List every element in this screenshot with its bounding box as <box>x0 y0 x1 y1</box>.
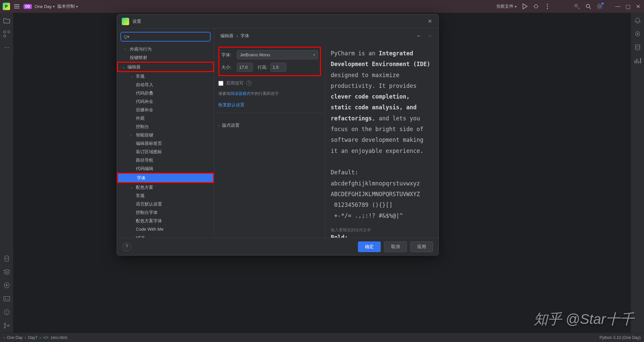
more-icon[interactable] <box>544 3 551 10</box>
codewithme-icon[interactable] <box>574 3 580 10</box>
run-icon[interactable] <box>521 3 528 10</box>
settings-icon[interactable] <box>596 3 603 10</box>
top-toolbar: P OD One Day▾ 版本控制▾ 当前文件 ▾ — ▢ ✕ <box>0 0 644 13</box>
svg-point-4 <box>547 4 548 5</box>
vcs-menu[interactable]: 版本控制▾ <box>57 3 78 9</box>
main-menu-button[interactable] <box>13 2 21 10</box>
svg-line-9 <box>589 7 591 9</box>
svg-point-10 <box>598 5 601 8</box>
minimize-icon[interactable]: — <box>614 3 621 10</box>
debug-icon[interactable] <box>533 3 539 10</box>
close-window-icon[interactable]: ✕ <box>635 3 641 10</box>
svg-point-5 <box>547 6 548 7</box>
svg-point-6 <box>547 8 548 9</box>
svg-point-8 <box>586 4 590 8</box>
maximize-icon[interactable]: ▢ <box>625 3 631 10</box>
project-menu[interactable]: One Day▾ <box>35 4 55 9</box>
run-config-button[interactable]: 当前文件 ▾ <box>496 3 517 9</box>
search-icon[interactable] <box>585 3 592 10</box>
svg-point-0 <box>534 5 538 8</box>
svg-point-7 <box>575 4 578 7</box>
app-logo-icon: P <box>3 3 10 10</box>
project-badge: OD <box>23 4 32 9</box>
